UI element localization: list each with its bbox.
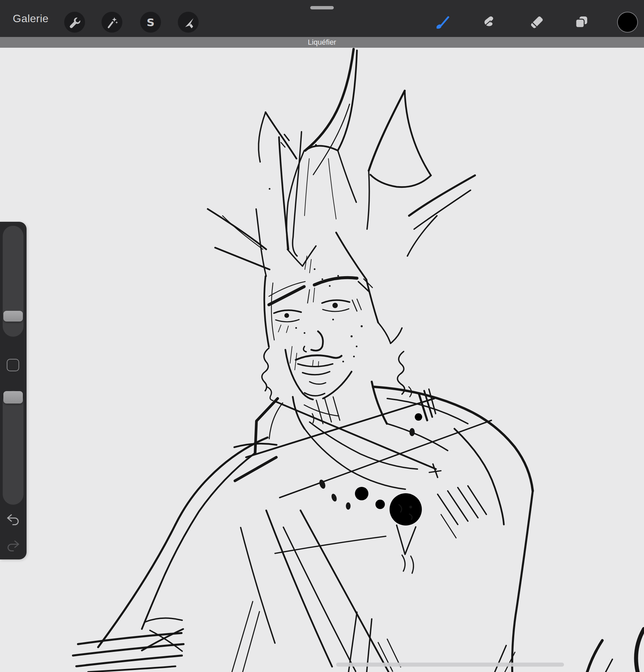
selection-button[interactable]: S [140, 12, 161, 33]
magic-wand-icon [105, 15, 119, 29]
modify-button[interactable] [7, 359, 19, 371]
paintbrush-icon [434, 14, 451, 30]
brush-size-slider-handle[interactable] [3, 311, 23, 322]
wrench-icon [68, 15, 81, 29]
canvas-artwork [0, 0, 644, 672]
top-toolbar: Galerie S [0, 0, 644, 37]
undo-button[interactable] [6, 513, 20, 526]
opacity-slider[interactable] [3, 391, 24, 505]
smudge-finger-icon [480, 14, 497, 30]
mode-banner-label: Liquéfier [308, 38, 336, 47]
home-indicator[interactable] [336, 663, 564, 667]
layers-button[interactable] [573, 14, 589, 30]
selection-s-icon: S [144, 15, 157, 29]
smudge-tool-button[interactable] [480, 14, 497, 30]
undo-arrow-icon [6, 513, 20, 526]
paint-tool-button[interactable] [434, 14, 451, 30]
mode-banner: Liquéfier [0, 37, 644, 48]
opacity-slider-handle[interactable] [3, 391, 23, 404]
actions-button[interactable] [64, 12, 85, 33]
layers-icon [573, 14, 589, 30]
redo-arrow-icon [6, 539, 20, 552]
gallery-button[interactable]: Galerie [13, 0, 49, 37]
transform-arrow-icon [181, 15, 195, 29]
transform-button[interactable] [178, 12, 199, 33]
adjustments-button[interactable] [102, 12, 122, 33]
sidebar-tool-panel [0, 222, 26, 560]
svg-text:S: S [146, 16, 155, 29]
color-swatch-circle[interactable] [618, 12, 637, 32]
redo-button[interactable] [6, 539, 20, 552]
drawing-canvas[interactable] [0, 0, 644, 672]
window-grabber[interactable] [310, 6, 334, 9]
eraser-icon [529, 14, 545, 30]
erase-tool-button[interactable] [529, 14, 545, 30]
